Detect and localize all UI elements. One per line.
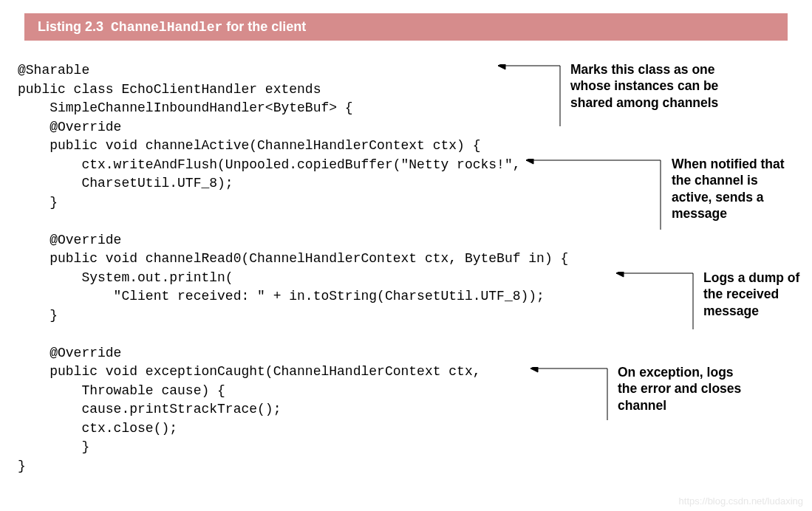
code-line: public void channelActive(ChannelHandler…: [18, 138, 481, 153]
code-line: SimpleChannelInboundHandler<ByteBuf> {: [18, 100, 353, 115]
code-line: }: [18, 459, 26, 473]
listing-number: Listing 2.3: [38, 19, 103, 34]
content-area: @Sharable public class EchoClientHandler…: [18, 61, 812, 476]
code-line: System.out.println(: [18, 270, 233, 285]
code-line: "Client received: " + in.toString(Charse…: [18, 289, 545, 303]
code-line: @Override: [18, 346, 121, 360]
code-line: public void channelRead0(ChannelHandlerC…: [18, 251, 568, 266]
code-line: Throwable cause) {: [18, 383, 225, 398]
listing-header: Listing 2.3 ChannelHandler for the clien…: [24, 13, 788, 41]
callout-text: When notified that the channel is active…: [672, 156, 797, 222]
listing-code-name: ChannelHandler: [111, 20, 222, 35]
code-line: @Override: [18, 120, 121, 134]
code-line: CharsetUtil.UTF_8);: [18, 176, 233, 191]
listing-title-suffix: for the client: [222, 19, 306, 34]
code-line: public class EchoClientHandler extends: [18, 82, 321, 97]
code-line: cause.printStrackTrace();: [18, 402, 281, 416]
code-line: @Override: [18, 233, 121, 247]
code-line: @Sharable: [18, 63, 89, 78]
code-line: ctx.close();: [18, 421, 177, 436]
code-line: public void exceptionCaught(ChannelHandl…: [18, 364, 481, 379]
code-line: }: [18, 439, 89, 454]
code-line: ctx.writeAndFlush(Unpooled.copiedBuffer(…: [18, 157, 521, 172]
callout-arrow-icon: [517, 367, 613, 426]
callout-arrow-icon: [485, 64, 566, 131]
code-line: }: [18, 195, 58, 210]
callout-text: On exception, logs the error and closes …: [618, 364, 754, 414]
callout-text: Logs a dump of the received message: [703, 270, 811, 319]
callout-arrow-icon: [603, 272, 699, 335]
watermark: https://blog.csdn.net/ludaxing: [679, 495, 803, 507]
callout-text: Marks this class as one whose instances …: [570, 61, 744, 111]
code-line: }: [18, 308, 58, 323]
callout-arrow-icon: [513, 159, 668, 234]
